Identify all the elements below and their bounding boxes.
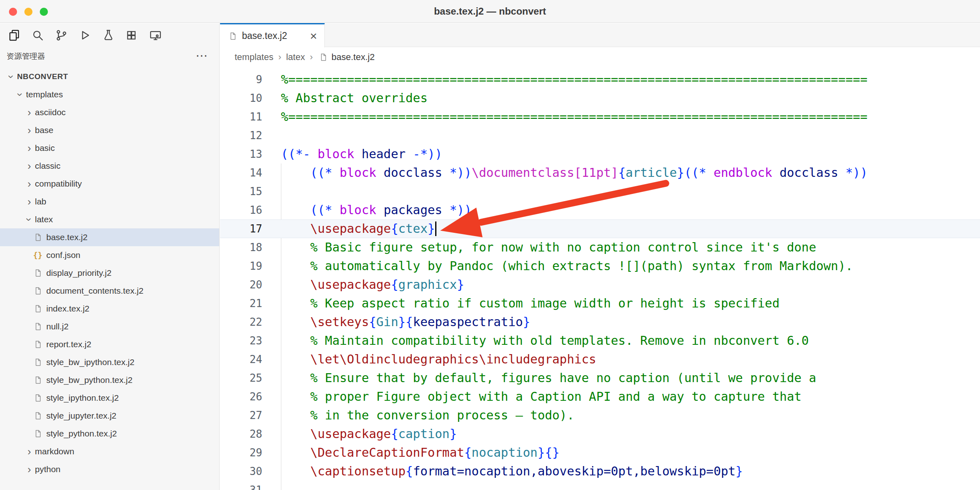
code-line-10[interactable]: 10% Abstract overrides [220,89,980,107]
tree-item-style-bw-ipython-tex-j2[interactable]: style_bw_ipython.tex.j2 [0,353,219,371]
editor: base.tex.j2 × templates›latex›base.tex.j… [220,23,980,490]
code-token: Gin [376,315,398,329]
file-icon [32,376,43,385]
tree-item-style-jupyter-tex-j2[interactable]: style_jupyter.tex.j2 [0,407,219,425]
more-actions-icon[interactable]: ⋯ [196,47,208,64]
tree-item-document-contents-tex-j2[interactable]: document_contents.tex.j2 [0,282,219,300]
code-line-16[interactable]: 16 ((* block packages *)) [220,201,980,219]
minimize-window-button[interactable] [24,8,32,16]
code-token [281,427,310,441]
code-line-18[interactable]: 18 % Basic figure setup, for now with no… [220,238,980,257]
code-line-17[interactable]: 17 \usepackage{ctex} [220,219,980,238]
search-icon[interactable] [28,25,48,45]
close-tab-icon[interactable]: × [310,30,317,42]
code-token [281,259,310,273]
code-line-15[interactable]: 15 [220,182,980,201]
code-text: %=======================================… [281,107,868,126]
code-line-11[interactable]: 11%=====================================… [220,107,980,126]
tree-item-compatibility[interactable]: ›compatibility [0,175,219,193]
file-icon [32,340,43,349]
code-token: %=======================================… [281,72,868,86]
breadcrumb-label: base.tex.j2 [332,52,375,62]
code-line-21[interactable]: 21 % Keep aspect ratio if custom image w… [220,294,980,313]
extensions-icon[interactable] [122,25,142,45]
tree-item-conf-json[interactable]: {}conf.json [0,246,219,264]
tree-item-base[interactable]: ›base [0,121,219,139]
tree-item-label: python [35,464,60,474]
code-token: docclass [384,165,443,180]
code-token [281,203,310,217]
remote-explorer-icon[interactable] [145,25,166,45]
tree-item-report-tex-j2[interactable]: report.tex.j2 [0,335,219,353]
breadcrumb-item[interactable]: templates [235,52,273,62]
line-number: 11 [220,107,262,126]
code-token: % automatically by Pandoc (which extract… [310,259,853,273]
code-text: \usepackage{ctex} [281,219,436,238]
tree-item-basic[interactable]: ›basic [0,139,219,157]
zoom-window-button[interactable] [40,8,48,16]
run-debug-icon[interactable] [75,25,95,45]
testing-icon[interactable] [98,25,119,45]
tree-item-display-priority-j2[interactable]: display_priority.j2 [0,264,219,282]
code-line-26[interactable]: 26 % proper Figure object with a Caption… [220,387,980,406]
code-token: %=======================================… [281,110,868,124]
tree-item-latex[interactable]: ›latex [0,211,219,228]
code-text: % Keep aspect ratio if custom image widt… [281,294,779,313]
code-token: { [406,315,413,329]
code-line-30[interactable]: 30 \captionsetup{format=nocaption,aboves… [220,462,980,481]
code-token: % in the conversion process — todo). [310,408,574,422]
code-line-25[interactable]: 25 % Ensure that by default, figures hav… [220,369,980,387]
tree-item-classic[interactable]: ›classic [0,157,219,175]
code-token: { [618,165,626,180]
tree-item-nbconvert[interactable]: ›NBCONVERT [0,68,219,86]
line-number: 20 [220,275,262,294]
tree-item-index-tex-j2[interactable]: index.tex.j2 [0,300,219,318]
sidebar: 资源管理器 ⋯ ›NBCONVERT›templates›asciidoc›ba… [0,23,220,490]
tree-item-style-python-tex-j2[interactable]: style_python.tex.j2 [0,425,219,443]
code-text: \usepackage{graphicx} [281,275,464,294]
code-line-20[interactable]: 20 \usepackage{graphicx} [220,275,980,294]
code-token [281,165,310,180]
tree-item-label: lab [35,197,46,206]
tree-item-lab[interactable]: ›lab [0,193,219,211]
tree-item-style-ipython-tex-j2[interactable]: style_ipython.tex.j2 [0,389,219,407]
code-line-24[interactable]: 24 \let\Oldincludegraphics\includegraphi… [220,350,980,369]
tree-item-null-j2[interactable]: null.j2 [0,318,219,335]
code-area[interactable]: 9%======================================… [220,68,980,490]
code-line-27[interactable]: 27 % in the conversion process — todo). [220,406,980,425]
breadcrumb-item[interactable]: latex [286,52,305,62]
tree-item-markdown[interactable]: ›markdown [0,443,219,460]
code-text: \usepackage{caption} [281,425,457,443]
tree-item-base-tex-j2[interactable]: base.tex.j2 [0,228,219,246]
tree-item-python[interactable]: ›python [0,460,219,478]
tab-label: base.tex.j2 [242,30,310,41]
code-line-28[interactable]: 28 \usepackage{caption} [220,425,980,443]
tree-item-templates[interactable]: ›templates [0,86,219,103]
code-token: % Abstract overrides [281,91,427,105]
tree-item-label: style_ipython.tex.j2 [46,393,119,403]
file-icon [32,233,43,242]
explorer-icon[interactable] [4,25,24,45]
line-number: 17 [220,219,262,238]
code-line-12[interactable]: 12 [220,126,980,145]
code-line-22[interactable]: 22 \setkeys{Gin}{keepaspectratio} [220,313,980,331]
code-line-29[interactable]: 29 \DeclareCaptionFormat{nocaption}{} [220,443,980,462]
code-line-31[interactable]: 31 [220,481,980,490]
code-line-19[interactable]: 19 % automatically by Pandoc (which extr… [220,257,980,275]
line-number: 30 [220,462,262,481]
tab-base-tex-j2[interactable]: base.tex.j2 × [220,23,325,47]
code-line-9[interactable]: 9%======================================… [220,70,980,89]
tree-item-asciidoc[interactable]: ›asciidoc [0,103,219,121]
source-control-icon[interactable] [51,25,71,45]
breadcrumb-item[interactable]: base.tex.j2 [318,52,375,62]
close-window-button[interactable] [9,8,17,16]
code-text: \captionsetup{format=nocaption,aboveskip… [281,462,743,481]
code-token: ctex [398,221,427,236]
code-token: { [391,221,398,236]
code-line-23[interactable]: 23 % Maintain compatibility with old tem… [220,331,980,350]
code-line-13[interactable]: 13((*- block header -*)) [220,145,980,163]
code-line-14[interactable]: 14 ((* block docclass *))\documentclass[… [220,163,980,182]
tree-item-label: report.tex.j2 [46,340,91,349]
code-token: { [391,277,398,292]
tree-item-style-bw-python-tex-j2[interactable]: style_bw_python.tex.j2 [0,371,219,389]
